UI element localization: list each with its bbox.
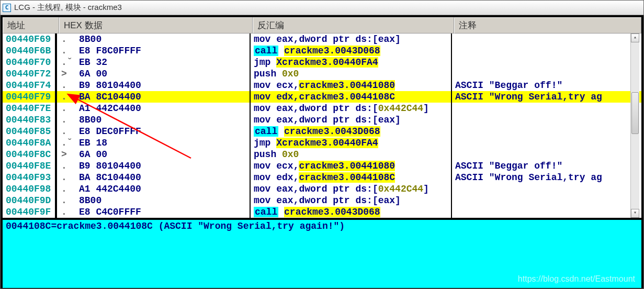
scroll-thumb[interactable] <box>631 92 639 134</box>
disassembly-cell: jmp Xcrackme3.00440FA4 <box>251 57 452 68</box>
disassembly-cell: push 0x0 <box>251 68 452 80</box>
table-row[interactable]: 00440F85.E8 DEC0FFFFcall crackme3.0043D0… <box>3 126 641 137</box>
comment-cell: ASCII "Wrong Serial,try ag <box>452 172 641 183</box>
hex-cell: >6A 00 <box>57 149 251 160</box>
comment-cell: ASCII "Beggar off!" <box>452 80 641 91</box>
table-row[interactable]: 00440F93.BA 8C104400mov edx,crackme3.004… <box>3 172 641 183</box>
col-header-hex[interactable]: HEX 数据 <box>59 17 253 34</box>
window-title: LCG - 主线程, 模块 - crackme3 <box>14 3 122 13</box>
disassembly-cell: jmp Xcrackme3.00440FA4 <box>251 137 452 149</box>
comment-cell <box>452 126 641 137</box>
hex-cell: .8B00 <box>57 114 251 126</box>
comment-cell <box>452 195 641 206</box>
status-text: 0044108C=crackme3.0044108C (ASCII "Wrong… <box>6 221 345 231</box>
scroll-down-button[interactable]: ▾ <box>631 209 639 218</box>
address-cell: 00440F8A <box>3 137 57 149</box>
address-cell: 00440F79 <box>3 91 57 103</box>
scroll-up-button[interactable]: ▴ <box>631 34 639 42</box>
disassembly-cell: mov edx,crackme3.0044108C <box>251 172 452 183</box>
hex-cell: .BA 8C104400 <box>57 172 251 183</box>
debugger-window: { "window": { "icon_letter": "C", "title… <box>0 0 644 289</box>
column-headers: 地址 HEX 数据 反汇编 注释 <box>1 15 643 34</box>
table-row[interactable]: 00440F9F.E8 C4C0FFFFcall crackme3.0043D0… <box>3 206 641 218</box>
comment-cell: ASCII "Wrong Serial,try ag <box>452 91 641 103</box>
app-icon: C <box>3 4 11 12</box>
comment-cell <box>452 57 641 68</box>
comment-cell <box>452 114 641 126</box>
comment-cell: ASCII "Beggar off!" <box>452 160 641 172</box>
table-row[interactable]: 00440F8C>6A 00push 0x0 <box>3 149 641 160</box>
hex-cell: .ˇEB 32 <box>57 57 251 68</box>
disassembly-cell: call crackme3.0043D068 <box>251 45 452 57</box>
disassembly-cell: push 0x0 <box>251 149 452 160</box>
title-bar[interactable]: C LCG - 主线程, 模块 - crackme3 <box>1 1 643 15</box>
table-row[interactable]: 00440F70.ˇEB 32jmp Xcrackme3.00440FA4 <box>3 57 641 68</box>
table-row[interactable]: 00440F9D.8B00mov eax,dword ptr ds:[eax] <box>3 195 641 206</box>
address-cell: 00440F98 <box>3 183 57 195</box>
hex-cell: .B9 80104400 <box>57 160 251 172</box>
table-row[interactable]: 00440F8A.ˇEB 18jmp Xcrackme3.00440FA4 <box>3 137 641 149</box>
vertical-scrollbar[interactable]: ▴ ▾ <box>630 34 639 218</box>
table-row[interactable]: 00440F79.BA 8C104400mov edx,crackme3.004… <box>3 91 641 103</box>
hex-cell: .ˇEB 18 <box>57 137 251 149</box>
comment-cell <box>452 149 641 160</box>
address-cell: 00440F8E <box>3 160 57 172</box>
watermark-text: https://blog.csdn.net/Eastmount <box>518 274 635 284</box>
disassembly-cell: mov eax,dword ptr ds:[eax] <box>251 34 452 45</box>
comment-cell <box>452 137 641 149</box>
address-cell: 00440F8C <box>3 149 57 160</box>
table-row[interactable]: 00440F98.A1 442C4400mov eax,dword ptr ds… <box>3 183 641 195</box>
address-cell: 00440F70 <box>3 57 57 68</box>
hex-cell: .A1 442C4400 <box>57 183 251 195</box>
table-row[interactable]: 00440F69.8B00mov eax,dword ptr ds:[eax] <box>3 34 641 45</box>
table-row[interactable]: 00440F72>6A 00push 0x0 <box>3 68 641 80</box>
disassembly-cell: mov ecx,crackme3.00441080 <box>251 80 452 91</box>
status-pane[interactable]: 0044108C=crackme3.0044108C (ASCII "Wrong… <box>1 218 643 288</box>
table-row[interactable]: 00440F7E.A1 442C4400mov eax,dword ptr ds… <box>3 103 641 114</box>
comment-cell <box>452 68 641 80</box>
hex-cell: .A1 442C4400 <box>57 103 251 114</box>
table-row[interactable]: 00440F83.8B00mov eax,dword ptr ds:[eax] <box>3 114 641 126</box>
address-cell: 00440F6B <box>3 45 57 57</box>
comment-cell <box>452 34 641 45</box>
disassembly-cell: mov ecx,crackme3.00441080 <box>251 160 452 172</box>
address-cell: 00440F9F <box>3 206 57 218</box>
address-cell: 00440F72 <box>3 68 57 80</box>
comment-cell <box>452 103 641 114</box>
hex-cell: .E8 F8C0FFFF <box>57 45 251 57</box>
content-area: 地址 HEX 数据 反汇编 注释 00440F69.8B00mov eax,dw… <box>1 15 643 288</box>
disassembly-cell: mov eax,dword ptr ds:[eax] <box>251 195 452 206</box>
address-cell: 00440F7E <box>3 103 57 114</box>
address-cell: 00440F9D <box>3 195 57 206</box>
disassembly-listing[interactable]: 00440F69.8B00mov eax,dword ptr ds:[eax]0… <box>1 34 643 218</box>
address-cell: 00440F74 <box>3 80 57 91</box>
hex-cell: .E8 DEC0FFFF <box>57 126 251 137</box>
disassembly-cell: mov edx,crackme3.0044108C <box>251 91 452 103</box>
table-row[interactable]: 00440F8E.B9 80104400mov ecx,crackme3.004… <box>3 160 641 172</box>
table-row[interactable]: 00440F6B.E8 F8C0FFFFcall crackme3.0043D0… <box>3 45 641 57</box>
address-cell: 00440F69 <box>3 34 57 45</box>
comment-cell <box>452 206 641 218</box>
table-row[interactable]: 00440F74.B9 80104400mov ecx,crackme3.004… <box>3 80 641 91</box>
disassembly-cell: mov eax,dword ptr ds:[0x442C44] <box>251 183 452 195</box>
hex-cell: >6A 00 <box>57 68 251 80</box>
address-cell: 00440F85 <box>3 126 57 137</box>
col-header-address[interactable]: 地址 <box>3 17 59 34</box>
col-header-comment[interactable]: 注释 <box>454 17 641 34</box>
hex-cell: .B9 80104400 <box>57 80 251 91</box>
address-cell: 00440F83 <box>3 114 57 126</box>
hex-cell: .E8 C4C0FFFF <box>57 206 251 218</box>
hex-cell: .BA 8C104400 <box>57 91 251 103</box>
disassembly-cell: call crackme3.0043D068 <box>251 126 452 137</box>
hex-cell: .8B00 <box>57 195 251 206</box>
disassembly-cell: mov eax,dword ptr ds:[eax] <box>251 114 452 126</box>
disassembly-cell: call crackme3.0043D068 <box>251 206 452 218</box>
comment-cell <box>452 183 641 195</box>
address-cell: 00440F93 <box>3 172 57 183</box>
col-header-disassembly[interactable]: 反汇编 <box>253 17 454 34</box>
disassembly-cell: mov eax,dword ptr ds:[0x442C44] <box>251 103 452 114</box>
scroll-track[interactable] <box>631 42 639 209</box>
comment-cell <box>452 45 641 57</box>
hex-cell: .8B00 <box>57 34 251 45</box>
